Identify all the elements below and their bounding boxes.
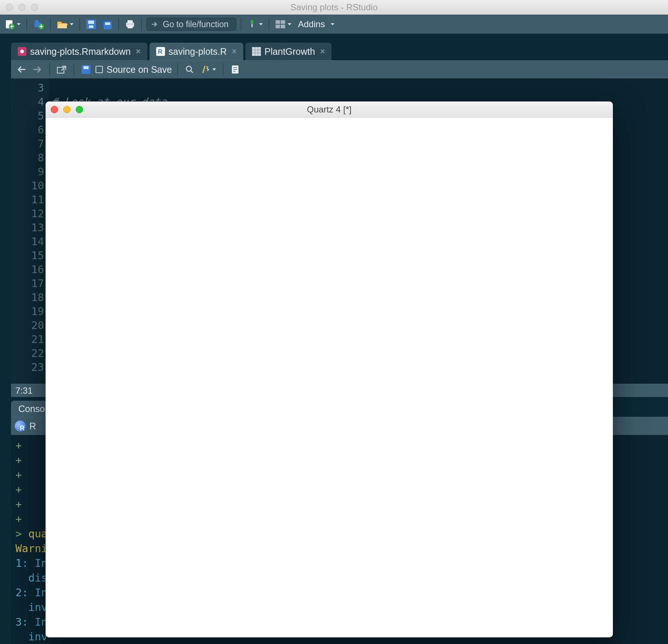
- svg-point-25: [186, 66, 191, 71]
- minimize-window-button[interactable]: [63, 106, 71, 113]
- close-tab-icon[interactable]: ×: [136, 47, 141, 56]
- svg-text:R: R: [158, 49, 162, 55]
- svg-rect-21: [252, 47, 261, 56]
- tab-plantgrowth[interactable]: PlantGrowth ×: [245, 43, 331, 60]
- close-window-button[interactable]: [51, 106, 58, 113]
- separator: [118, 18, 119, 31]
- svg-point-12: [250, 20, 254, 24]
- data-grid-icon: [252, 47, 261, 56]
- line-number: 21: [11, 332, 44, 346]
- line-number: 16: [11, 262, 44, 276]
- save-doc-button[interactable]: [79, 63, 93, 76]
- quartz-canvas: [46, 118, 613, 637]
- line-number: 14: [11, 235, 44, 248]
- tab-label: saving-plots.R: [169, 46, 227, 57]
- main-toolbar: Go to file/function Addins: [0, 15, 668, 34]
- svg-rect-8: [105, 22, 110, 25]
- svg-rect-15: [276, 25, 280, 28]
- source-on-save-toggle[interactable]: Source on Save: [96, 64, 172, 75]
- goto-arrow-icon: [151, 20, 159, 28]
- line-number: 8: [11, 151, 44, 165]
- save-all-button[interactable]: [100, 18, 114, 31]
- addins-menu[interactable]: Addins: [295, 19, 337, 29]
- line-number: 4: [11, 95, 44, 109]
- new-file-button[interactable]: [3, 18, 22, 31]
- line-number: 13: [11, 221, 44, 235]
- tab-label: Conso: [18, 404, 45, 414]
- quartz-window-title: Quartz 4 [*]: [46, 104, 613, 115]
- caret-down-icon: [212, 68, 216, 71]
- r-logo-icon: [15, 421, 26, 432]
- line-number: 10: [11, 179, 44, 193]
- quartz-titlebar[interactable]: Quartz 4 [*]: [46, 101, 613, 118]
- r-file-icon: R: [156, 47, 165, 56]
- quartz-window[interactable]: Quartz 4 [*]: [46, 101, 613, 637]
- line-number: 17: [11, 276, 44, 290]
- tab-label: saving-plots.Rmarkdown: [30, 46, 131, 57]
- line-number: 7: [11, 137, 44, 151]
- line-number: 19: [11, 304, 44, 318]
- quartz-traffic-lights: [51, 106, 83, 113]
- line-number: 12: [11, 207, 44, 221]
- line-number-gutter: 3 4 5 6 7 8 9 10 11 12 13 14 15 16 17 18…: [11, 79, 49, 384]
- goto-placeholder: Go to file/function: [163, 19, 229, 29]
- nav-forward-button[interactable]: [31, 63, 44, 76]
- svg-rect-11: [128, 25, 133, 28]
- separator: [26, 18, 27, 31]
- goto-file-function-input[interactable]: Go to file/function: [146, 18, 236, 31]
- line-number: 6: [11, 123, 44, 137]
- separator: [177, 63, 178, 76]
- svg-rect-22: [57, 67, 64, 73]
- line-number: 15: [11, 248, 44, 262]
- separator: [73, 63, 74, 76]
- caret-down-icon: [259, 23, 263, 25]
- nav-back-button[interactable]: [15, 63, 28, 76]
- close-tab-icon[interactable]: ×: [320, 47, 325, 56]
- minimize-window-button[interactable]: [18, 4, 26, 11]
- tools-button[interactable]: [246, 18, 264, 31]
- new-project-button[interactable]: [32, 18, 46, 31]
- svg-rect-16: [281, 25, 285, 28]
- addins-label: Addins: [298, 19, 325, 29]
- caret-down-icon: [288, 23, 291, 25]
- line-number: 5: [11, 109, 44, 123]
- editor-toolbar: Source on Save: [11, 60, 668, 79]
- separator: [269, 18, 269, 31]
- tab-saving-plots-rmarkdown[interactable]: saving-plots.Rmarkdown ×: [11, 43, 147, 60]
- line-number: 22: [11, 346, 44, 360]
- svg-rect-24: [83, 66, 89, 69]
- zoom-window-button[interactable]: [76, 106, 83, 113]
- cursor-position: 7:31: [15, 386, 33, 396]
- line-number: 3: [11, 81, 44, 95]
- compile-report-button[interactable]: [229, 63, 242, 76]
- print-button[interactable]: [123, 18, 137, 31]
- svg-point-18: [20, 50, 24, 53]
- line-number: 20: [11, 318, 44, 332]
- save-button[interactable]: [85, 18, 98, 31]
- zoom-window-button[interactable]: [31, 4, 38, 11]
- open-file-button[interactable]: [55, 18, 75, 31]
- separator: [79, 18, 80, 31]
- panes-button[interactable]: [274, 18, 293, 31]
- checkbox-icon: [96, 66, 103, 73]
- close-tab-icon[interactable]: ×: [232, 47, 237, 56]
- tab-label: PlantGrowth: [265, 46, 315, 57]
- line-number: 18: [11, 290, 44, 304]
- find-button[interactable]: [183, 63, 196, 76]
- mac-titlebar: Saving plots - RStudio: [0, 0, 668, 15]
- separator: [50, 18, 51, 31]
- separator: [141, 18, 142, 31]
- separator: [223, 63, 223, 76]
- separator: [241, 18, 241, 31]
- show-in-new-window-button[interactable]: [55, 63, 68, 76]
- console-path-label: R: [29, 421, 36, 432]
- line-number: 11: [11, 193, 44, 207]
- svg-rect-14: [281, 20, 285, 24]
- code-tools-button[interactable]: [199, 63, 218, 76]
- svg-rect-4: [88, 21, 94, 24]
- close-window-button[interactable]: [6, 4, 13, 11]
- svg-rect-13: [276, 20, 280, 24]
- caret-down-icon: [70, 23, 73, 25]
- svg-rect-5: [89, 25, 93, 28]
- tab-saving-plots-r[interactable]: R saving-plots.R ×: [150, 43, 243, 60]
